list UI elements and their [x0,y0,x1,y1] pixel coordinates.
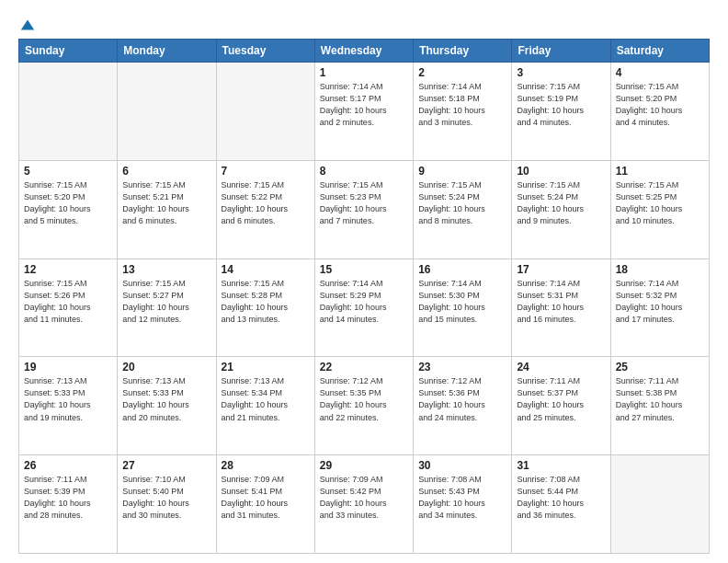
day-info: Sunrise: 7:15 AM Sunset: 5:28 PM Dayligh… [222,278,310,326]
calendar-cell: 2Sunrise: 7:14 AM Sunset: 5:18 PM Daylig… [414,63,512,161]
calendar-cell: 26Sunrise: 7:11 AM Sunset: 5:39 PM Dayli… [19,455,118,554]
day-number: 30 [418,459,506,472]
day-info: Sunrise: 7:09 AM Sunset: 5:41 PM Dayligh… [222,474,310,522]
calendar-cell [216,63,314,161]
day-number: 10 [517,165,605,178]
calendar-cell: 7Sunrise: 7:15 AM Sunset: 5:22 PM Daylig… [216,160,314,259]
page: SundayMondayTuesdayWednesdayThursdayFrid… [0,0,728,563]
day-number: 27 [122,459,210,472]
day-number: 15 [320,263,408,276]
calendar-cell [118,63,216,161]
day-number: 9 [418,165,506,178]
day-number: 28 [222,459,310,472]
day-info: Sunrise: 7:15 AM Sunset: 5:24 PM Dayligh… [418,179,506,227]
day-info: Sunrise: 7:14 AM Sunset: 5:18 PM Dayligh… [418,81,506,129]
day-number: 31 [517,459,605,472]
calendar-cell: 11Sunrise: 7:15 AM Sunset: 5:25 PM Dayli… [610,160,709,259]
calendar-cell [610,455,709,554]
calendar-cell: 9Sunrise: 7:15 AM Sunset: 5:24 PM Daylig… [414,160,512,259]
calendar-cell: 14Sunrise: 7:15 AM Sunset: 5:28 PM Dayli… [216,259,314,357]
weekday-header-friday: Friday [512,40,610,63]
calendar-cell: 12Sunrise: 7:15 AM Sunset: 5:26 PM Dayli… [19,259,118,357]
day-number: 24 [517,361,605,373]
day-info: Sunrise: 7:11 AM Sunset: 5:37 PM Dayligh… [517,375,605,423]
day-number: 6 [122,165,210,178]
logo-icon [19,17,36,33]
day-number: 23 [418,361,506,373]
calendar-cell: 23Sunrise: 7:12 AM Sunset: 5:36 PM Dayli… [414,357,512,455]
day-info: Sunrise: 7:15 AM Sunset: 5:20 PM Dayligh… [24,179,112,227]
logo [18,17,36,28]
day-number: 20 [122,361,210,373]
day-info: Sunrise: 7:14 AM Sunset: 5:17 PM Dayligh… [320,81,408,129]
day-info: Sunrise: 7:08 AM Sunset: 5:43 PM Dayligh… [418,474,506,522]
day-info: Sunrise: 7:13 AM Sunset: 5:33 PM Dayligh… [122,375,210,423]
weekday-header-thursday: Thursday [414,40,512,63]
day-info: Sunrise: 7:15 AM Sunset: 5:27 PM Dayligh… [122,278,210,326]
day-number: 17 [517,263,605,276]
day-number: 7 [222,165,310,178]
week-row-4: 19Sunrise: 7:13 AM Sunset: 5:33 PM Dayli… [19,357,710,455]
weekday-header-sunday: Sunday [19,40,118,63]
calendar-cell: 21Sunrise: 7:13 AM Sunset: 5:34 PM Dayli… [216,357,314,455]
calendar-cell: 18Sunrise: 7:14 AM Sunset: 5:32 PM Dayli… [610,259,709,357]
day-info: Sunrise: 7:11 AM Sunset: 5:39 PM Dayligh… [24,474,112,522]
calendar-cell: 22Sunrise: 7:12 AM Sunset: 5:35 PM Dayli… [314,357,413,455]
week-row-1: 1Sunrise: 7:14 AM Sunset: 5:17 PM Daylig… [19,63,710,161]
day-info: Sunrise: 7:12 AM Sunset: 5:35 PM Dayligh… [320,375,408,423]
calendar-cell: 20Sunrise: 7:13 AM Sunset: 5:33 PM Dayli… [118,357,216,455]
calendar-cell: 19Sunrise: 7:13 AM Sunset: 5:33 PM Dayli… [19,357,118,455]
day-info: Sunrise: 7:09 AM Sunset: 5:42 PM Dayligh… [320,474,408,522]
day-info: Sunrise: 7:14 AM Sunset: 5:30 PM Dayligh… [418,278,506,326]
calendar-cell: 28Sunrise: 7:09 AM Sunset: 5:41 PM Dayli… [216,455,314,554]
day-info: Sunrise: 7:08 AM Sunset: 5:44 PM Dayligh… [517,474,605,522]
day-number: 5 [24,165,112,178]
week-row-2: 5Sunrise: 7:15 AM Sunset: 5:20 PM Daylig… [19,160,710,259]
header [18,17,710,28]
weekday-header-tuesday: Tuesday [216,40,314,63]
calendar-cell: 24Sunrise: 7:11 AM Sunset: 5:37 PM Dayli… [512,357,610,455]
calendar-cell: 10Sunrise: 7:15 AM Sunset: 5:24 PM Dayli… [512,160,610,259]
day-info: Sunrise: 7:13 AM Sunset: 5:34 PM Dayligh… [222,375,310,423]
day-number: 2 [418,66,506,79]
calendar-cell: 1Sunrise: 7:14 AM Sunset: 5:17 PM Daylig… [314,63,413,161]
day-number: 13 [122,263,210,276]
day-info: Sunrise: 7:15 AM Sunset: 5:26 PM Dayligh… [24,278,112,326]
day-number: 4 [616,66,704,79]
day-info: Sunrise: 7:15 AM Sunset: 5:22 PM Dayligh… [222,179,310,227]
svg-marker-0 [21,20,34,30]
day-info: Sunrise: 7:15 AM Sunset: 5:24 PM Dayligh… [517,179,605,227]
calendar-cell: 13Sunrise: 7:15 AM Sunset: 5:27 PM Dayli… [118,259,216,357]
weekday-header-row: SundayMondayTuesdayWednesdayThursdayFrid… [19,40,710,63]
calendar-cell: 30Sunrise: 7:08 AM Sunset: 5:43 PM Dayli… [414,455,512,554]
day-number: 12 [24,263,112,276]
calendar-cell: 31Sunrise: 7:08 AM Sunset: 5:44 PM Dayli… [512,455,610,554]
calendar-cell: 29Sunrise: 7:09 AM Sunset: 5:42 PM Dayli… [314,455,413,554]
calendar-cell: 25Sunrise: 7:11 AM Sunset: 5:38 PM Dayli… [610,357,709,455]
calendar-cell: 5Sunrise: 7:15 AM Sunset: 5:20 PM Daylig… [19,160,118,259]
calendar-cell: 27Sunrise: 7:10 AM Sunset: 5:40 PM Dayli… [118,455,216,554]
day-info: Sunrise: 7:14 AM Sunset: 5:31 PM Dayligh… [517,278,605,326]
day-info: Sunrise: 7:14 AM Sunset: 5:29 PM Dayligh… [320,278,408,326]
day-info: Sunrise: 7:15 AM Sunset: 5:23 PM Dayligh… [320,179,408,227]
calendar-table: SundayMondayTuesdayWednesdayThursdayFrid… [18,39,710,554]
day-info: Sunrise: 7:15 AM Sunset: 5:21 PM Dayligh… [122,179,210,227]
day-info: Sunrise: 7:15 AM Sunset: 5:25 PM Dayligh… [616,179,704,227]
day-number: 26 [24,459,112,472]
day-info: Sunrise: 7:10 AM Sunset: 5:40 PM Dayligh… [122,474,210,522]
calendar-cell: 15Sunrise: 7:14 AM Sunset: 5:29 PM Dayli… [314,259,413,357]
day-number: 1 [320,66,408,79]
day-number: 19 [24,361,112,373]
calendar-cell: 3Sunrise: 7:15 AM Sunset: 5:19 PM Daylig… [512,63,610,161]
day-number: 11 [616,165,704,178]
day-number: 22 [320,361,408,373]
calendar-cell: 16Sunrise: 7:14 AM Sunset: 5:30 PM Dayli… [414,259,512,357]
week-row-3: 12Sunrise: 7:15 AM Sunset: 5:26 PM Dayli… [19,259,710,357]
calendar-cell: 17Sunrise: 7:14 AM Sunset: 5:31 PM Dayli… [512,259,610,357]
day-info: Sunrise: 7:12 AM Sunset: 5:36 PM Dayligh… [418,375,506,423]
weekday-header-monday: Monday [118,40,216,63]
calendar-cell [19,63,118,161]
day-number: 14 [222,263,310,276]
week-row-5: 26Sunrise: 7:11 AM Sunset: 5:39 PM Dayli… [19,455,710,554]
day-number: 8 [320,165,408,178]
